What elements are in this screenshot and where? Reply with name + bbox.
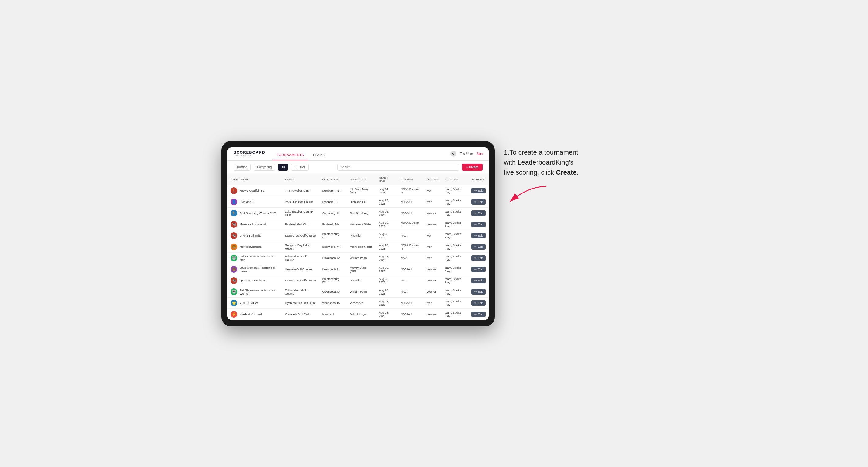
table-row: 🏌 MSMC Qualifying 1 The Powelton Club Ne… [227, 185, 489, 196]
event-gender: Women [424, 286, 442, 297]
event-start-date: Aug 28, 2023 [376, 309, 398, 320]
event-city-state: Faribault, MN [319, 219, 347, 230]
event-actions: ✏ Edit [468, 275, 489, 286]
edit-button[interactable]: ✏ Edit [471, 211, 486, 216]
edit-button[interactable]: ✏ Edit [471, 222, 486, 227]
table-row: ⚡ Klash at Kokopelli Kokopelli Golf Club… [227, 309, 489, 320]
event-actions: ✏ Edit [468, 297, 489, 309]
event-name-cell: 🏌 Carl Sandburg Women FA23 [227, 207, 282, 219]
edit-icon: ✏ [474, 302, 477, 305]
event-division: NAIA [398, 275, 424, 286]
edit-icon: ✏ [474, 234, 477, 237]
event-name: upike fall invitational [240, 279, 266, 282]
event-division: NCAA Division II [398, 219, 424, 230]
event-gender: Women [424, 219, 442, 230]
event-venue: Faribault Golf Club [282, 219, 319, 230]
event-venue: Hesston Golf Course [282, 263, 319, 275]
edit-button[interactable]: ✏ Edit [471, 289, 486, 294]
event-city-state: Prestonsburg, KY [319, 275, 347, 286]
event-start-date: Aug 28, 2023 [376, 275, 398, 286]
event-name: Fall Statesmen Invitational - Women [240, 288, 279, 295]
event-city-state: Vincennes, IN [319, 297, 347, 309]
filter-button[interactable]: ☰ Filter [291, 164, 308, 170]
edit-button[interactable]: ✏ Edit [471, 244, 486, 250]
col-city-state: CITY, STATE [319, 174, 347, 185]
event-venue: Lake Bracken Country Club [282, 207, 319, 219]
event-hosted-by: Minnesota-Morris [347, 241, 376, 252]
table-row: 🏌 Carl Sandburg Women FA23 Lake Bracken … [227, 207, 489, 219]
event-venue: Edmundson Golf Course [282, 252, 319, 263]
col-venue: VENUE [282, 174, 319, 185]
edit-button[interactable]: ✏ Edit [471, 300, 486, 306]
settings-icon[interactable]: ⚙ [451, 151, 457, 157]
edit-button[interactable]: ✏ Edit [471, 188, 486, 193]
event-start-date: Aug 26, 2023 [376, 207, 398, 219]
edit-button[interactable]: ✏ Edit [471, 233, 486, 238]
logo-text: SCOREBOARD [234, 150, 265, 154]
edit-icon: ✏ [474, 189, 477, 192]
col-scoring: SCORING [442, 174, 468, 185]
event-start-date: Aug 28, 2023 [376, 263, 398, 275]
competing-button[interactable]: Competing [254, 164, 275, 170]
event-city-state: Freeport, IL [319, 196, 347, 207]
event-name: UPIKE Fall Invite [240, 234, 261, 237]
event-name: Maverick Invitational [240, 223, 266, 226]
event-division: NAIA [398, 230, 424, 241]
event-name: VU PREVIEW [240, 301, 258, 305]
hosting-button[interactable]: Hosting [234, 164, 251, 170]
event-name-cell: 🐺 Fall Statesmen Invitational - Women [227, 286, 282, 297]
event-actions: ✏ Edit [468, 207, 489, 219]
search-input[interactable] [337, 164, 459, 170]
event-start-date: Aug 28, 2023 [376, 230, 398, 241]
table-row: 🐺 Fall Statesmen Invitational - Women Ed… [227, 286, 489, 297]
event-actions: ✏ Edit [468, 252, 489, 263]
col-start-date: START DATE [376, 174, 398, 185]
edit-icon: ✏ [474, 268, 477, 271]
edit-button[interactable]: ✏ Edit [471, 255, 486, 261]
event-gender: Women [424, 207, 442, 219]
sign-out-link[interactable]: Sign [476, 152, 483, 155]
event-name-cell: 🐺 Fall Statesmen Invitational - Men [227, 252, 282, 263]
event-hosted-by: Murray State (OK) [347, 263, 376, 275]
event-logo: 👤 [230, 198, 237, 205]
edit-button[interactable]: ✏ Edit [471, 267, 486, 272]
nav-tab-tournaments[interactable]: TOURNAMENTS [272, 150, 308, 160]
event-logo: ⚡ [230, 311, 237, 318]
event-logo: 🐺 [230, 288, 237, 295]
event-actions: ✏ Edit [468, 185, 489, 196]
event-scoring: team, Stroke Play [442, 286, 468, 297]
tablet-screen: SCOREBOARD Powered by Clippit TOURNAMENT… [227, 147, 489, 320]
event-actions: ✏ Edit [468, 309, 489, 320]
edit-icon: ✏ [474, 223, 477, 226]
event-gender: Men [424, 196, 442, 207]
event-name-cell: ⚡ Klash at Kokopelli [227, 309, 282, 320]
event-city-state: Galesburg, IL [319, 207, 347, 219]
event-actions: ✏ Edit [468, 263, 489, 275]
event-venue: Kokopelli Golf Club [282, 309, 319, 320]
nav-tab-teams[interactable]: TEAMS [308, 150, 329, 160]
event-venue: Ruttger's Bay Lake Resort [282, 241, 319, 252]
event-name: Morris Invitational [240, 245, 262, 248]
annotation-arrow [504, 183, 553, 208]
event-scoring: team, Stroke Play [442, 252, 468, 263]
event-hosted-by: William Penn [347, 252, 376, 263]
edit-button[interactable]: ✏ Edit [471, 312, 486, 317]
edit-button[interactable]: ✏ Edit [471, 278, 486, 283]
create-button[interactable]: + Create [462, 164, 483, 170]
event-start-date: Aug 28, 2023 [376, 219, 398, 230]
edit-button[interactable]: ✏ Edit [471, 199, 486, 205]
event-gender: Men [424, 297, 442, 309]
annotation-create-highlight: Create [556, 168, 577, 176]
col-hosted-by: HOSTED BY [347, 174, 376, 185]
table-row: 🐺 Fall Statesmen Invitational - Men Edmu… [227, 252, 489, 263]
all-button[interactable]: All [278, 164, 288, 170]
event-scoring: team, Stroke Play [442, 263, 468, 275]
toolbar: Hosting Competing All ☰ Filter + Create [227, 161, 489, 174]
event-actions: ✏ Edit [468, 286, 489, 297]
event-logo: 🐺 [230, 255, 237, 261]
event-gender: Women [424, 275, 442, 286]
event-city-state: Deerwood, MN [319, 241, 347, 252]
event-division: NAIA [398, 286, 424, 297]
event-start-date: Aug 24, 2023 [376, 185, 398, 196]
event-hosted-by: John A Logan [347, 309, 376, 320]
